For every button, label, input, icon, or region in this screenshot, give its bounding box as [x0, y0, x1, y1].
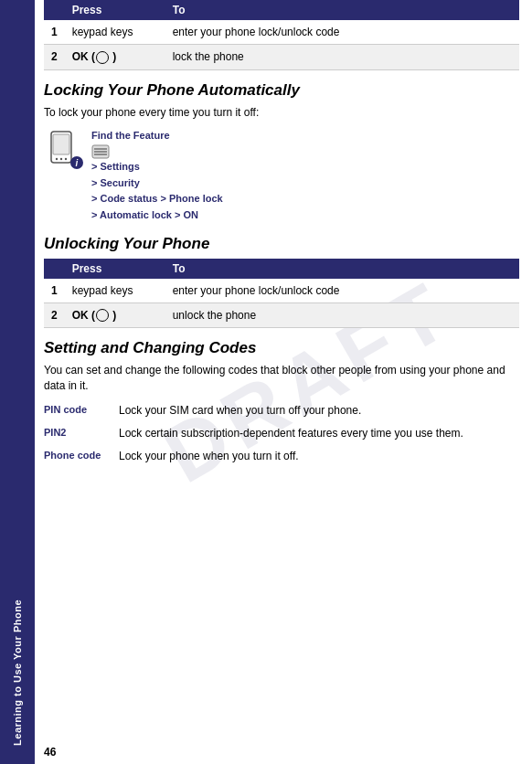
sidebar: Learning to Use Your Phone — [0, 0, 35, 764]
find-feature-path: > Settings > Security > Code status > Ph… — [91, 143, 519, 224]
row-press: keypad keys — [65, 20, 165, 45]
find-feature-title: Find the Feature — [91, 130, 519, 141]
pin2-desc: Lock certain subscription-dependent feat… — [119, 426, 519, 441]
code-item-pin: PIN code Lock your SIM card when you tur… — [44, 403, 519, 419]
codes-list: PIN code Lock your SIM card when you tur… — [44, 403, 519, 463]
row-to: enter your phone lock/unlock code — [165, 279, 519, 303]
locking-heading: Locking Your Phone Automatically — [44, 81, 519, 100]
path-item-3: > Code status > Phone lock — [91, 191, 519, 207]
unlock-table-col-press: Press — [65, 259, 165, 279]
content-wrapper: Press To 1 keypad keys enter your phone … — [35, 0, 532, 483]
phone-icon: i — [44, 130, 84, 170]
codes-subtext: You can set and change the following cod… — [44, 363, 519, 394]
table-row: 1 keypad keys enter your phone lock/unlo… — [44, 279, 519, 303]
svg-point-3 — [60, 157, 62, 159]
row-num: 1 — [44, 20, 65, 45]
code-item-pin2: PIN2 Lock certain subscription-dependent… — [44, 426, 519, 441]
unlock-table: Press To 1 keypad keys enter your phone … — [44, 259, 519, 329]
row-to: enter your phone lock/unlock code — [165, 20, 519, 45]
phone-svg: i — [44, 130, 84, 170]
svg-rect-1 — [53, 134, 69, 154]
path-item-4: > Automatic lock > ON — [91, 207, 519, 224]
unlock-table-col-num — [44, 259, 65, 279]
phone-code-label: Phone code — [44, 449, 108, 461]
code-item-phone-code: Phone code Lock your phone when you turn… — [44, 449, 519, 464]
path-item-2: > Security — [91, 175, 519, 192]
main-content: DRAFT Press To 1 keypad keys enter your … — [35, 0, 532, 764]
path-item-1: > Settings — [91, 159, 519, 175]
pin2-label: PIN2 — [44, 426, 108, 438]
top-table-col-press: Press — [65, 0, 165, 20]
ok-circle-icon — [96, 309, 109, 322]
find-feature-box: i Find the Feature > Settings > Security… — [44, 130, 519, 224]
phone-code-desc: Lock your phone when you turn it off. — [119, 449, 519, 464]
row-num: 2 — [44, 45, 65, 70]
page-number: 46 — [44, 746, 56, 759]
top-lock-table: Press To 1 keypad keys enter your phone … — [44, 0, 519, 70]
ok-paren: ) — [110, 309, 116, 322]
sidebar-label: Learning to Use Your Phone — [12, 600, 23, 746]
row-num: 1 — [44, 279, 65, 303]
svg-point-2 — [56, 157, 58, 159]
row-to: unlock the phone — [165, 302, 519, 328]
row-press-ok: OK ( ) — [65, 45, 165, 70]
row-to: lock the phone — [165, 45, 519, 70]
row-press: keypad keys — [65, 279, 165, 303]
table-row: 1 keypad keys enter your phone lock/unlo… — [44, 20, 519, 45]
menu-icon — [91, 144, 110, 159]
unlocking-heading: Unlocking Your Phone — [44, 235, 519, 253]
codes-heading: Setting and Changing Codes — [44, 339, 519, 357]
top-table-col-num — [44, 0, 65, 20]
table-row: 2 OK ( ) unlock the phone — [44, 302, 519, 328]
row-press-ok: OK ( ) — [65, 302, 165, 328]
table-row: 2 OK ( ) lock the phone — [44, 45, 519, 70]
svg-point-4 — [65, 157, 67, 159]
pin-label: PIN code — [44, 403, 108, 415]
unlock-table-col-to: To — [165, 259, 519, 279]
find-feature-content: Find the Feature > Settings > Security >… — [91, 130, 519, 224]
row-num: 2 — [44, 302, 65, 328]
ok-label: OK ( — [72, 50, 95, 63]
ok-circle-icon — [96, 51, 109, 64]
pin-desc: Lock your SIM card when you turn off you… — [119, 403, 519, 419]
top-table-col-to: To — [165, 0, 519, 20]
ok-label: OK ( — [72, 309, 95, 322]
ok-paren: ) — [110, 50, 116, 63]
locking-subtext: To lock your phone every time you turn i… — [44, 105, 519, 121]
svg-text:i: i — [76, 158, 79, 168]
